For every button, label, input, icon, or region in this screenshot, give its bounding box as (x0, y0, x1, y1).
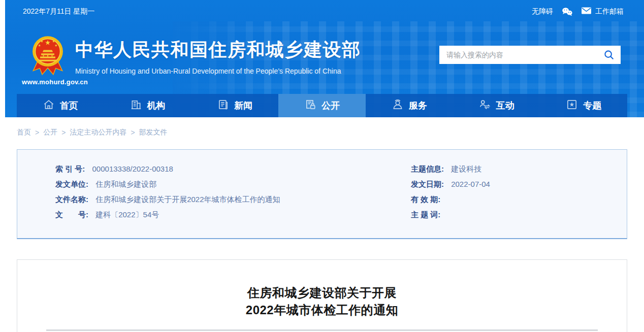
info-column-left: 索 引 号: 000013338/2022-00318 发文单位: 住房和城乡建… (17, 161, 411, 238)
nav-label: 首页 (60, 99, 78, 112)
nav-label: 互动 (496, 99, 514, 112)
nav-item-service[interactable]: 服务 (366, 94, 453, 117)
nav-item-org[interactable]: 机构 (104, 94, 191, 117)
info-value: 建设科技 (451, 164, 481, 173)
breadcrumb-link-open[interactable]: 公开 (43, 128, 57, 137)
info-label: 发文日期: (411, 180, 444, 188)
site-header: 2022年7月11日 星期一 无障碍 (5, 0, 644, 117)
site-title: 中华人民共和国住房和城乡建设部 (75, 38, 361, 62)
news-icon (217, 98, 229, 113)
nav-item-topic[interactable]: 专题 (540, 94, 627, 117)
topbar-actions: 无障碍 (532, 7, 624, 17)
breadcrumb-link-documents[interactable]: 部发文件 (139, 128, 168, 137)
info-row-issue-date: 发文日期: 2022-07-04 (411, 177, 627, 192)
site-url: www.mohurd.gov.cn (19, 78, 90, 86)
breadcrumb-link-home[interactable]: 首页 (17, 128, 31, 137)
info-value: 2022-07-04 (451, 180, 490, 188)
info-label: 索 引 号: (55, 164, 85, 173)
wechat-icon[interactable] (561, 7, 573, 17)
info-row-index-number: 索 引 号: 000013338/2022-00318 (55, 161, 411, 177)
current-date: 2022年7月11日 星期一 (23, 7, 94, 16)
document-title-line1: 住房和城乡建设部关于开展 (17, 284, 627, 302)
nav-label: 专题 (583, 99, 601, 112)
breadcrumb-separator: > (35, 128, 39, 137)
breadcrumb-link-statutory[interactable]: 法定主动公开内容 (70, 128, 126, 137)
document-info-box: 索 引 号: 000013338/2022-00318 发文单位: 住房和城乡建… (17, 149, 627, 239)
nav-label: 机构 (147, 99, 166, 112)
national-emblem-icon (30, 34, 65, 80)
search-box (439, 46, 621, 64)
info-row-keywords: 主 题 词: (411, 207, 627, 222)
document-title: 住房和城乡建设部关于开展 2022年城市体检工作的通知 (17, 284, 627, 319)
star-square-icon (566, 98, 578, 113)
nav-item-open[interactable]: 公开 (278, 94, 366, 117)
nav-item-news[interactable]: 新闻 (191, 94, 278, 117)
breadcrumb: 首页 > 公开 > 法定主动公开内容 > 部发文件 (17, 128, 644, 137)
home-icon (43, 98, 55, 113)
info-row-validity: 有 效 期: (411, 192, 627, 207)
nav-label: 新闻 (234, 99, 252, 112)
person-icon (392, 98, 404, 113)
document-title-line2: 2022年城市体检工作的通知 (17, 302, 627, 319)
info-column-right: 主题信息: 建设科技 发文日期: 2022-07-04 有 效 期: 主 题 词… (411, 161, 627, 238)
info-value: 000013338/2022-00318 (92, 164, 173, 173)
info-value: 住房和城乡建设部 (95, 180, 156, 188)
mail-icon (581, 7, 592, 16)
site-titles: 中华人民共和国住房和城乡建设部 Ministry of Housing and … (75, 38, 361, 75)
topbar: 2022年7月11日 星期一 无障碍 (5, 0, 644, 23)
info-label: 发文单位: (55, 180, 88, 188)
work-mailbox-label: 工作邮箱 (595, 7, 624, 16)
building-icon (130, 98, 142, 113)
info-value: 建科〔2022〕54号 (95, 210, 159, 219)
person-arrows-icon (478, 98, 491, 113)
header-main: www.mohurd.gov.cn 中华人民共和国住房和城乡建设部 Minist… (5, 23, 644, 94)
info-label: 主题信息: (411, 164, 444, 173)
search-icon[interactable] (597, 46, 621, 64)
work-mailbox-link[interactable]: 工作邮箱 (581, 7, 624, 16)
info-row-topic-info: 主题信息: 建设科技 (411, 161, 627, 177)
main-nav: 首页 机构 新闻 (17, 94, 627, 117)
info-label: 文 号: (55, 210, 88, 219)
info-label: 主 题 词: (411, 210, 440, 219)
title-divider (46, 329, 598, 331)
site-title-en: Ministry of Housing and Urban-Rural Deve… (75, 67, 361, 75)
info-row-file-name: 文件名称: 住房和城乡建设部关于开展2022年城市体检工作的通知 (55, 192, 411, 207)
accessibility-link[interactable]: 无障碍 (532, 7, 553, 16)
info-label: 有 效 期: (411, 195, 440, 204)
nav-item-interact[interactable]: 互动 (453, 94, 540, 117)
info-label: 文件名称: (55, 195, 88, 204)
doc-lock-icon (304, 98, 316, 113)
nav-item-home[interactable]: 首页 (17, 94, 104, 117)
nav-label: 服务 (409, 99, 427, 112)
info-value: 住房和城乡建设部关于开展2022年城市体检工作的通知 (95, 195, 280, 204)
breadcrumb-separator: > (61, 128, 66, 137)
search-input[interactable] (439, 46, 597, 64)
nav-label: 公开 (321, 99, 340, 112)
info-row-issuing-unit: 发文单位: 住房和城乡建设部 (55, 177, 411, 192)
article-box: 住房和城乡建设部关于开展 2022年城市体检工作的通知 (17, 259, 627, 332)
breadcrumb-separator: > (131, 128, 135, 137)
info-row-doc-number: 文 号: 建科〔2022〕54号 (55, 207, 411, 222)
